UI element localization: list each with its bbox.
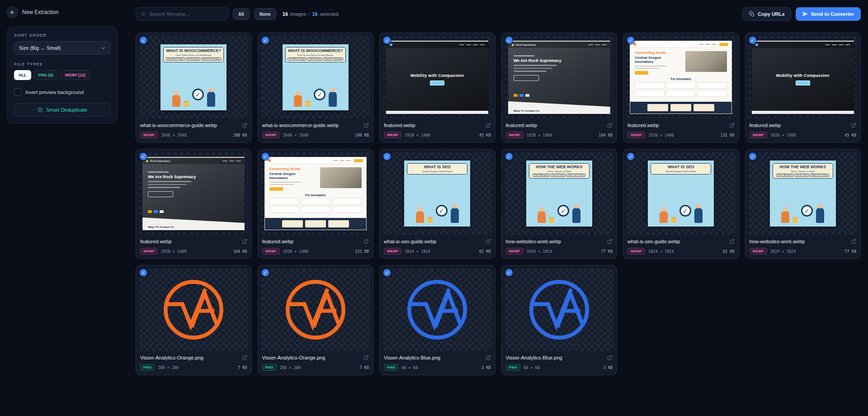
illustration-title-panel: WHAT IS SEOSearch Engine Optimization — [651, 163, 711, 175]
image-count: 16 — [283, 11, 288, 17]
image-card[interactable]: ✓WHAT IS WOOCOMMERCE?Your Online Store o… — [258, 33, 374, 143]
sort-order-select[interactable]: Size (Big → Small) — [14, 41, 111, 55]
filter-png-button[interactable]: PNG (4) — [34, 70, 58, 80]
selected-check-icon[interactable]: ✓ — [140, 37, 147, 44]
count-separator: | — [309, 11, 310, 17]
image-card[interactable]: ✓Connecting SouthCentral Oregon Innovato… — [258, 149, 374, 259]
selected-check-icon[interactable]: ✓ — [262, 153, 269, 160]
selected-check-icon[interactable]: ✓ — [140, 153, 147, 160]
image-preview[interactable]: Connecting SouthCentral Oregon Innovator… — [627, 36, 736, 118]
image-card[interactable]: ✓Visser-Analytics-Orange.pngPNG200 × 200… — [136, 265, 252, 375]
thumbnail-illustration: WHAT IS SEOSearch Engine Optimization✓ — [404, 161, 470, 227]
open-external-icon[interactable] — [607, 123, 613, 128]
search-box[interactable] — [136, 7, 228, 21]
character-navy — [816, 208, 824, 223]
image-preview[interactable]: WHAT IS WOOCOMMERCE?Your Online Store on… — [261, 36, 370, 118]
image-card[interactable]: ✓Rock SupremacyWe Are Rock SupremacyWays… — [136, 149, 252, 259]
open-external-icon[interactable] — [363, 239, 369, 244]
thumbnail-illustration: HOW THE WEB WORKSClient, Server, & DataC… — [526, 161, 592, 227]
image-card[interactable]: ✓Mobility with Compassionfeatured.webpWE… — [745, 33, 861, 143]
open-external-icon[interactable] — [486, 239, 491, 244]
back-button[interactable] — [6, 6, 18, 18]
site-hero-title-accent: Connecting South — [635, 51, 682, 55]
open-external-icon[interactable] — [486, 123, 491, 128]
selected-check-icon[interactable]: ✓ — [627, 153, 634, 160]
image-preview[interactable]: Connecting SouthCentral Oregon Innovator… — [261, 152, 370, 235]
open-external-icon[interactable] — [363, 123, 369, 128]
selected-check-icon[interactable]: ✓ — [505, 153, 513, 160]
image-card[interactable]: ✓HOW THE WEB WORKSClient, Server, & Data… — [501, 149, 618, 259]
thumbnail-illustration: WHAT IS WOOCOMMERCE?Your Online Store on… — [283, 44, 349, 110]
site-hero-photo — [685, 51, 727, 72]
image-preview[interactable]: WHAT IS SEOSearch Engine Optimization✓ — [627, 152, 736, 235]
select-none-button[interactable]: None — [254, 8, 276, 20]
filter-all-button[interactable]: ALL — [14, 70, 31, 80]
selected-check-icon[interactable]: ✓ — [383, 37, 391, 44]
open-external-icon[interactable] — [242, 123, 247, 128]
illustration-tags: Client (Browser)Server (Host)Data (Info … — [530, 174, 588, 177]
search-input[interactable] — [149, 11, 223, 17]
image-card[interactable]: ✓WHAT IS WOOCOMMERCE?Your Online Store o… — [136, 33, 252, 143]
open-external-icon[interactable] — [607, 355, 613, 360]
invert-background-row[interactable]: Invert preview background — [14, 88, 111, 96]
image-card[interactable]: ✓Mobility with Compassionfeatured.webpWE… — [379, 33, 495, 143]
invert-background-checkbox[interactable] — [14, 88, 22, 96]
open-external-icon[interactable] — [607, 239, 613, 244]
open-external-icon[interactable] — [242, 355, 247, 360]
selected-check-icon[interactable]: ✓ — [383, 269, 391, 276]
image-card[interactable]: ✓Rock SupremacyWe Are Rock SupremacyWays… — [501, 33, 618, 143]
image-preview[interactable] — [139, 269, 248, 351]
image-card[interactable]: ✓Visser-Analytics-Orange.pngPNG200 × 200… — [258, 265, 374, 375]
selected-check-icon[interactable]: ✓ — [505, 269, 513, 276]
image-preview[interactable]: HOW THE WEB WORKSClient, Server, & DataC… — [749, 152, 858, 235]
image-preview[interactable] — [261, 269, 370, 351]
copy-urls-button[interactable]: Copy URLs — [743, 7, 791, 21]
open-external-icon[interactable] — [729, 123, 735, 128]
image-preview[interactable]: Mobility with Compassion — [383, 36, 492, 118]
character-navy — [451, 208, 459, 223]
image-card[interactable]: ✓HOW THE WEB WORKSClient, Server, & Data… — [745, 149, 861, 259]
selected-check-icon[interactable]: ✓ — [749, 153, 756, 160]
filename: featured.webp — [506, 123, 538, 128]
illustration-title-panel: WHAT IS SEOSearch Engine Optimization — [407, 163, 467, 175]
selected-check-icon[interactable]: ✓ — [383, 153, 391, 160]
image-preview[interactable]: HOW THE WEB WORKSClient, Server, & DataC… — [505, 152, 614, 235]
illustration-tags: WordPress PluginSell AnythingPayment Gat… — [287, 57, 344, 61]
image-preview[interactable] — [383, 269, 492, 351]
image-card[interactable]: ✓Visser-Analytics-Blue.pngPNG60 × 603 KB — [501, 265, 618, 375]
smart-deduplicate-button[interactable]: Smart Deduplicate — [14, 103, 111, 117]
filter-webp-button[interactable]: WEBP (12) — [61, 70, 90, 80]
selected-check-icon[interactable]: ✓ — [140, 269, 147, 276]
site-logo-icon — [390, 43, 392, 46]
site-hero-button — [430, 80, 444, 85]
open-external-icon[interactable] — [363, 355, 369, 360]
image-card[interactable]: ✓Connecting SouthCentral Oregon Innovato… — [623, 33, 739, 143]
illustration-tag: Sell Anything — [186, 57, 200, 61]
image-card[interactable]: ✓Visser-Analytics-Blue.pngPNG60 × 603 KB — [379, 265, 495, 375]
site-hero-title: Central Oregon Innovators — [635, 56, 671, 64]
image-preview[interactable]: Rock SupremacyWe Are Rock SupremacyWays … — [505, 36, 614, 118]
image-preview[interactable]: Mobility with Compassion — [749, 36, 858, 118]
open-external-icon[interactable] — [486, 355, 491, 360]
selected-check-icon[interactable]: ✓ — [505, 37, 513, 44]
selected-check-icon[interactable]: ✓ — [262, 269, 269, 276]
format-badge: PNG — [384, 364, 398, 371]
selected-check-icon[interactable]: ✓ — [627, 37, 634, 44]
open-external-icon[interactable] — [242, 239, 247, 244]
image-card[interactable]: ✓WHAT IS SEOSearch Engine Optimization✓w… — [379, 149, 495, 259]
selected-check-icon[interactable]: ✓ — [749, 37, 756, 44]
select-all-button[interactable]: All — [233, 8, 250, 20]
open-external-icon[interactable] — [851, 123, 856, 128]
illustration-subtitle: Your Online Store on WordPress. — [165, 54, 222, 57]
image-preview[interactable]: WHAT IS WOOCOMMERCE?Your Online Store on… — [139, 36, 248, 118]
image-preview[interactable]: WHAT IS SEOSearch Engine Optimization✓ — [383, 152, 492, 235]
open-external-icon[interactable] — [729, 239, 735, 244]
send-to-converter-button[interactable]: Send to Converter — [796, 7, 861, 21]
image-card[interactable]: ✓WHAT IS SEOSearch Engine Optimization✓w… — [623, 149, 739, 259]
site-outline-button — [514, 75, 539, 81]
selected-check-icon[interactable]: ✓ — [262, 37, 269, 44]
file-size: 45 KB — [844, 133, 856, 137]
open-external-icon[interactable] — [851, 239, 856, 244]
image-preview[interactable] — [505, 269, 614, 351]
image-preview[interactable]: Rock SupremacyWe Are Rock SupremacyWays … — [139, 152, 248, 235]
